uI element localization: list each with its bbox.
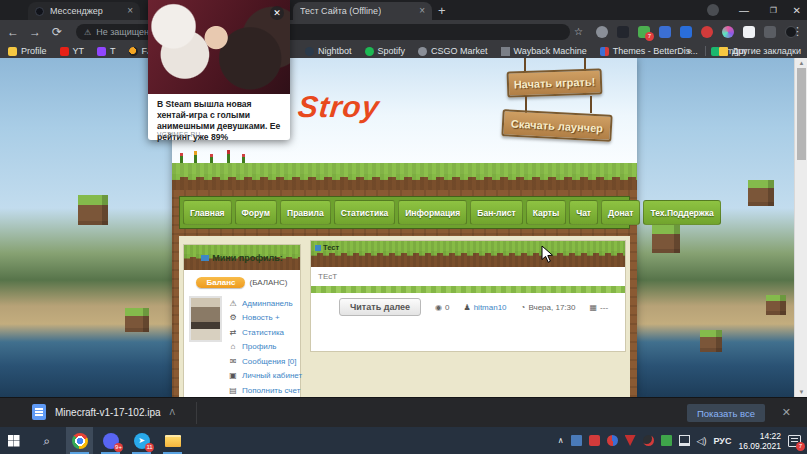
csgo-market-favicon bbox=[418, 47, 427, 56]
tray-icon-cash[interactable] bbox=[661, 435, 672, 446]
adguard-extension-icon[interactable] bbox=[722, 26, 734, 38]
download-bar-close-icon[interactable]: ✕ bbox=[782, 406, 791, 419]
scrollbar-thumb[interactable] bbox=[797, 68, 806, 160]
bookmarks-overflow-chevron[interactable]: » bbox=[687, 46, 692, 56]
bookmark-wayback[interactable]: Wayback Machine bbox=[501, 46, 587, 56]
taskbar-clock[interactable]: 14:22 16.09.2021 bbox=[738, 431, 781, 451]
downloader-extension-icon[interactable] bbox=[680, 26, 692, 38]
forward-icon[interactable]: → bbox=[24, 25, 46, 39]
link-profile[interactable]: ⌂Профиль bbox=[228, 340, 302, 355]
tray-chevron[interactable]: ∧ bbox=[558, 436, 564, 445]
read-more-button[interactable]: Читать далее bbox=[339, 298, 421, 316]
nav-donate[interactable]: Донат bbox=[601, 200, 640, 225]
pointer-extension-icon[interactable] bbox=[743, 26, 755, 38]
show-all-button[interactable]: Показать все bbox=[687, 404, 765, 422]
messenger-favicon bbox=[35, 7, 44, 16]
nav-support[interactable]: Тех.Поддержка bbox=[643, 200, 720, 225]
bookmark-nightbot[interactable]: Nightbot bbox=[305, 46, 352, 56]
action-center-button[interactable]: 7 bbox=[788, 435, 801, 447]
taskbar-chrome[interactable] bbox=[66, 427, 93, 454]
nav-rules[interactable]: Правила bbox=[280, 200, 331, 225]
script-extension-icon[interactable]: 7 bbox=[638, 26, 650, 38]
bookmark-youtube[interactable]: YT bbox=[60, 46, 85, 56]
nav-forum[interactable]: Форум bbox=[235, 200, 277, 225]
bookmarks-right-group: Nightbot Spotify CSGO Market Wayback Mac… bbox=[305, 44, 747, 58]
network-display-icon[interactable] bbox=[679, 435, 690, 446]
link-news[interactable]: ⚙Новость + bbox=[228, 311, 302, 326]
window-close-button[interactable]: ✕ bbox=[793, 0, 801, 20]
profile-header-icon bbox=[201, 255, 209, 261]
taskbar-explorer[interactable] bbox=[159, 427, 186, 454]
bookmark-csgo-market[interactable]: CSGO Market bbox=[418, 46, 488, 56]
globe-extension-icon[interactable] bbox=[596, 26, 608, 38]
tab-close-icon[interactable]: × bbox=[419, 6, 425, 16]
profile-circle-icon bbox=[707, 4, 719, 16]
floating-block-decoration bbox=[78, 195, 108, 225]
tab-test-site[interactable]: Тест Сайта (Offline) × bbox=[293, 2, 432, 20]
download-bar: Minecraft-v1-17-102.ipa ᐱ Показать все ✕ bbox=[0, 397, 807, 427]
download-expand-chevron[interactable]: ᐱ bbox=[170, 408, 175, 417]
adblock-extension-icon[interactable] bbox=[701, 26, 713, 38]
tray-icon-vanguard[interactable] bbox=[625, 435, 636, 446]
tray-icon-recorder[interactable] bbox=[589, 435, 600, 446]
download-divider bbox=[196, 402, 197, 424]
link-adminpanel[interactable]: ⚠Админпанель bbox=[228, 296, 302, 311]
taskbar-discord[interactable]: 9+ bbox=[97, 427, 124, 454]
download-launcher-button[interactable]: Скачать лаунчер bbox=[501, 109, 612, 142]
author-link[interactable]: ♟hitman10 bbox=[463, 303, 506, 312]
language-indicator[interactable]: РУС bbox=[713, 436, 731, 446]
balance-button[interactable]: Баланс bbox=[196, 277, 245, 288]
start-button[interactable] bbox=[0, 427, 27, 454]
nav-chat[interactable]: Чат bbox=[569, 200, 598, 225]
floating-block-decoration bbox=[700, 330, 722, 352]
link-messages[interactable]: ✉Сообщения [0] bbox=[228, 354, 302, 369]
tray-icon-discord[interactable] bbox=[643, 435, 654, 446]
link-statistics[interactable]: ⇄Статистика bbox=[228, 325, 302, 340]
play-button[interactable]: Начать играть! bbox=[507, 68, 603, 97]
browser-profile-button[interactable] bbox=[707, 0, 719, 20]
bookmark-profile[interactable]: Profile bbox=[8, 46, 47, 56]
link-topup[interactable]: ▤Пополнить счет bbox=[228, 383, 302, 397]
volume-icon[interactable]: ◁) bbox=[697, 436, 707, 446]
list-extension-icon[interactable] bbox=[764, 26, 776, 38]
page-scrollbar[interactable]: ▲ ▼ bbox=[794, 58, 807, 397]
window-maximize-button[interactable]: ❐ bbox=[770, 0, 777, 20]
mouse-cursor bbox=[541, 245, 554, 264]
taskbar-telegram[interactable]: ➤ 11 bbox=[128, 427, 155, 454]
bookmark-themes[interactable]: Themes - BetterDis... bbox=[600, 46, 698, 56]
notification-close-icon[interactable]: ✕ bbox=[270, 6, 284, 20]
back-icon[interactable]: ← bbox=[2, 25, 24, 39]
link-cabinet[interactable]: ▣Личный кабинет bbox=[228, 369, 302, 384]
tab-close-icon[interactable]: × bbox=[127, 6, 133, 16]
mini-profile-panel: Мини профиль: Баланс (БАЛАНС) ⚠Админпане… bbox=[183, 244, 301, 397]
tray-icon-opera[interactable] bbox=[607, 435, 618, 446]
window-minimize-button[interactable]: — bbox=[739, 0, 749, 20]
tab-messenger[interactable]: Мессенджер × bbox=[28, 2, 140, 20]
bookmark-spotify[interactable]: Spotify bbox=[365, 46, 406, 56]
browser-menu-icon[interactable]: ⋮ bbox=[792, 25, 803, 38]
steam-extension-icon[interactable] bbox=[659, 26, 671, 38]
vk-extension-icon[interactable] bbox=[617, 26, 629, 38]
search-button[interactable]: ⌕ bbox=[33, 427, 60, 454]
bookmark-star-icon[interactable]: ☆ bbox=[574, 26, 583, 37]
reload-icon[interactable]: ⟳ bbox=[46, 25, 68, 39]
clock-icon: ◔ bbox=[521, 303, 526, 312]
other-bookmarks-button[interactable]: Другие закладки bbox=[719, 46, 801, 56]
floating-block-decoration bbox=[125, 308, 149, 332]
notification-popup[interactable]: ✕ В Steam вышла новая хентай-игра с голы… bbox=[148, 0, 290, 140]
new-tab-button[interactable]: + bbox=[438, 3, 446, 18]
nav-stats[interactable]: Статистика bbox=[334, 200, 396, 225]
avatar[interactable] bbox=[189, 296, 222, 342]
nav-home[interactable]: Главная bbox=[183, 200, 232, 225]
post-category[interactable]: Тест bbox=[323, 243, 339, 252]
download-item[interactable]: Minecraft-v1-17-102.ipa ᐱ bbox=[32, 404, 175, 420]
nav-banlist[interactable]: Бан-лист bbox=[470, 200, 522, 225]
scroll-up-arrow[interactable]: ▲ bbox=[795, 60, 807, 66]
nav-maps[interactable]: Карты bbox=[526, 200, 567, 225]
cart-icon: ▤ bbox=[228, 386, 238, 395]
scroll-down-arrow[interactable]: ▼ bbox=[795, 389, 807, 395]
nav-info[interactable]: Информация bbox=[398, 200, 467, 225]
bookmark-twitch[interactable]: T bbox=[97, 46, 116, 56]
tray-icon-card[interactable] bbox=[571, 435, 582, 446]
post-category-icon bbox=[315, 245, 321, 251]
